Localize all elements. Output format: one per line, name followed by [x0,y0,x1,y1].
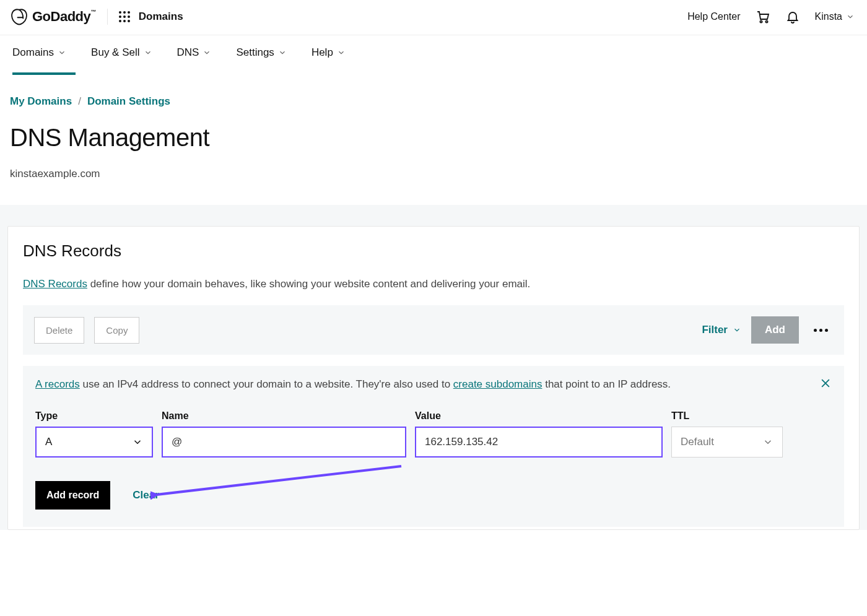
chevron-down-icon [132,436,143,448]
type-value: A [45,436,132,448]
label-type: Type [35,410,153,422]
chevron-down-icon [203,48,211,57]
delete-button[interactable]: Delete [34,317,84,344]
brand-logo[interactable]: GoDaddy™ [10,7,96,26]
panel-desc-text: define how your domain behaves, like sho… [87,278,530,290]
value-input-wrap [415,427,663,458]
name-input[interactable] [172,436,396,448]
cart-icon[interactable] [756,9,770,24]
info-end: that point to an IP address. [542,378,671,390]
label-value: Value [415,410,663,422]
section-label: Domains [139,11,183,23]
top-header: GoDaddy™ Domains Help Center Kinsta [0,0,867,35]
add-record-button[interactable]: Add record [35,481,110,510]
label-ttl: TTL [671,410,783,422]
a-records-link[interactable]: A records [35,378,80,390]
breadcrumb-domain-settings[interactable]: Domain Settings [87,95,170,108]
apps-grid-icon[interactable] [119,11,130,22]
help-center-link[interactable]: Help Center [687,11,740,22]
value-input[interactable] [425,436,653,448]
close-icon[interactable] [819,377,832,389]
content-zone: DNS Records DNS Records define how your … [0,205,867,530]
bell-icon[interactable] [785,9,800,24]
add-button[interactable]: Add [751,316,799,344]
svg-line-4 [157,466,401,495]
info-mid: use an IPv4 address to connect your doma… [80,378,453,390]
add-record-form: A records use an IPv4 address to connect… [23,366,844,527]
dns-records-panel: DNS Records DNS Records define how your … [7,226,860,530]
nav-buy-sell[interactable]: Buy & Sell [91,46,152,75]
more-menu-icon[interactable] [809,329,833,332]
sub-nav: Domains Buy & Sell DNS Settings Help [0,35,867,76]
chevron-down-icon [733,326,741,334]
field-value: Value [415,410,663,458]
nav-help[interactable]: Help [312,46,346,75]
chevron-down-icon [58,48,66,57]
nav-settings[interactable]: Settings [236,46,286,75]
brand-name: GoDaddy™ [32,9,96,25]
clear-link[interactable]: Clear [133,489,159,501]
chevron-down-icon [278,48,287,57]
form-actions: Add record Clear [35,481,832,510]
chevron-down-icon [144,48,152,57]
breadcrumb-sep: / [78,95,81,108]
copy-button[interactable]: Copy [94,317,139,344]
ttl-value: Default [681,436,762,448]
svg-point-1 [765,20,767,22]
field-ttl: TTL Default [671,410,783,458]
breadcrumb: My Domains / Domain Settings [10,95,857,108]
godaddy-logo-icon [10,7,28,26]
filter-label: Filter [702,324,728,336]
panel-description: DNS Records define how your domain behav… [23,278,844,290]
chevron-down-icon [762,436,773,448]
breadcrumb-my-domains[interactable]: My Domains [10,95,72,108]
dns-records-help-link[interactable]: DNS Records [23,278,87,290]
records-toolbar: Delete Copy Filter Add [23,305,844,355]
name-input-wrap [162,427,406,458]
panel-heading: DNS Records [23,241,844,261]
user-menu[interactable]: Kinsta [815,11,855,22]
field-row: Type A Name Value [35,410,832,458]
a-record-info: A records use an IPv4 address to connect… [35,378,832,391]
page-area: My Domains / Domain Settings DNS Managem… [0,76,867,205]
nav-dns[interactable]: DNS [177,46,212,75]
create-subdomains-link[interactable]: create subdomains [453,378,542,390]
domain-name: kinstaexample.com [10,168,857,180]
svg-point-0 [760,20,762,22]
ttl-select[interactable]: Default [671,427,783,458]
annotation-arrow-icon [150,462,404,500]
nav-domains[interactable]: Domains [12,46,66,75]
separator [107,9,108,25]
page-title: DNS Management [10,124,857,152]
label-name: Name [162,410,406,422]
chevron-down-icon [846,12,855,21]
chevron-down-icon [337,48,346,57]
user-name: Kinsta [815,11,842,22]
filter-dropdown[interactable]: Filter [702,324,741,336]
field-name: Name [162,410,406,458]
type-select[interactable]: A [35,427,153,458]
field-type: Type A [35,410,153,458]
